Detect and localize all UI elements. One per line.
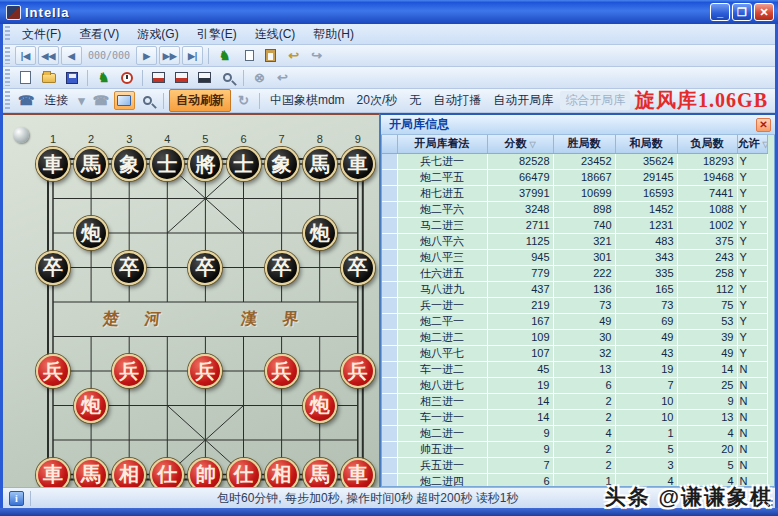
board-dark-icon[interactable] [194,68,215,87]
black-piece-象[interactable]: 象 [265,147,299,181]
timer-icon[interactable] [116,68,137,87]
menu-item-4[interactable]: 引擎(E) [188,24,246,45]
red-piece-馬[interactable]: 馬 [303,458,337,488]
nav-first-button[interactable]: |◀ [15,46,36,65]
auto-book-button[interactable]: 自动开局库 [488,91,558,110]
engine-knight-icon[interactable]: ♞ [93,68,114,87]
auto-play-button[interactable]: 自动打播 [428,91,486,110]
table-row[interactable]: 兵五进一7235N [382,457,767,473]
red-piece-仕[interactable]: 仕 [227,458,261,488]
close-button[interactable]: ✕ [754,3,774,21]
black-piece-卒[interactable]: 卒 [36,251,70,285]
red-piece-兵[interactable]: 兵 [112,354,146,388]
panel-close-button[interactable]: ✕ [756,118,771,132]
column-header[interactable]: 胜局数 [553,135,615,153]
black-piece-象[interactable]: 象 [112,147,146,181]
new-file-icon[interactable] [15,68,36,87]
table-row[interactable]: 相三进一142109N [382,393,767,409]
table-row[interactable]: 车一进二45131914N [382,361,767,377]
table-row[interactable]: 仕六进五779222335258Y [382,265,767,281]
cell-draws: 343 [615,249,677,265]
board-red-icon[interactable] [148,68,169,87]
black-piece-車[interactable]: 車 [341,147,375,181]
black-piece-卒[interactable]: 卒 [112,251,146,285]
table-row[interactable]: 炮二平六324889814521088Y [382,201,767,217]
black-piece-卒[interactable]: 卒 [188,251,222,285]
table-row[interactable]: 车一进一1421013N [382,409,767,425]
nav-last-button[interactable]: ▶| [182,46,203,65]
table-row[interactable]: 帅五进一92520N [382,441,767,457]
phone-icon[interactable]: ☎ [15,91,37,110]
nav-prev-button[interactable]: ◀ [61,46,82,65]
board-flip-icon[interactable] [171,68,192,87]
nav-forward-button[interactable]: ▶▶ [159,46,180,65]
nav-next-button[interactable]: ▶ [136,46,157,65]
black-piece-卒[interactable]: 卒 [265,251,299,285]
redo-icon[interactable]: ↪ [306,46,327,65]
disconnect-phone-icon[interactable]: ☎ [90,91,112,110]
column-header[interactable]: 负局数 [677,135,737,153]
open-file-icon[interactable] [38,68,59,87]
menu-item-6[interactable]: 帮助(H) [304,24,363,45]
black-piece-卒[interactable]: 卒 [341,251,375,285]
monitor-toggle-icon[interactable] [114,91,135,110]
column-header[interactable]: 分数▽ [487,135,553,153]
red-piece-相[interactable]: 相 [265,458,299,488]
red-piece-車[interactable]: 車 [341,458,375,488]
table-row[interactable]: 炮二平五66479186672914519468Y [382,169,767,185]
table-row[interactable]: 炮二进二109304939Y [382,329,767,345]
table-row[interactable]: 炮八进七196725N [382,377,767,393]
copy-icon[interactable] [237,46,258,65]
table-row[interactable]: 炮八平六1125321483375Y [382,233,767,249]
menu-item-1[interactable]: 文件(F) [13,24,70,45]
zoom-icon[interactable] [217,68,238,87]
red-piece-車[interactable]: 車 [36,458,70,488]
cancel-icon[interactable]: ⊗ [249,68,270,87]
knight-icon[interactable]: ♞ [214,46,235,65]
black-piece-馬[interactable]: 馬 [303,147,337,181]
table-row[interactable]: 炮八平三945301343243Y [382,249,767,265]
cell-wins: 13 [553,361,615,377]
menu-item-3[interactable]: 游戏(G) [128,24,187,45]
undo-icon[interactable]: ↩ [283,46,304,65]
nav-rewind-button[interactable]: ◀◀ [38,46,59,65]
back-icon[interactable]: ↩ [272,68,293,87]
minimize-button[interactable]: _ [710,3,730,21]
maximize-button[interactable]: ❐ [732,3,752,21]
search-board-icon[interactable] [137,91,158,110]
column-label: 1 [47,133,59,145]
black-piece-炮[interactable]: 炮 [303,216,337,250]
table-row[interactable]: 兵一进一219737375Y [382,297,767,313]
combined-book-button[interactable]: 综合开局库 [560,91,630,110]
red-piece-炮[interactable]: 炮 [74,389,108,423]
red-piece-兵[interactable]: 兵 [341,354,375,388]
table-row[interactable]: 马二进三271174012311002Y [382,217,767,233]
table-row[interactable]: 炮二平一167496953Y [382,313,767,329]
black-piece-馬[interactable]: 馬 [74,147,108,181]
connect-dropdown-icon[interactable]: ▾ [75,91,88,110]
red-piece-兵[interactable]: 兵 [265,354,299,388]
cell-losses: 375 [677,233,737,249]
resize-grip-icon[interactable] [764,497,774,507]
paste-icon[interactable] [260,46,281,65]
red-piece-炮[interactable]: 炮 [303,389,337,423]
refresh-icon[interactable]: ↻ [233,91,254,110]
table-row[interactable]: 炮二进一9414N [382,425,767,441]
menu-item-5[interactable]: 连线(C) [246,24,305,45]
move-counter: 000/000 [84,50,134,61]
column-header[interactable]: 允许▽ [737,135,767,153]
table-row[interactable]: 兵七进一82528234523562418293Y [382,153,767,169]
black-piece-炮[interactable]: 炮 [74,216,108,250]
auto-refresh-button[interactable]: 自动刷新 [169,89,231,112]
black-piece-士[interactable]: 士 [227,147,261,181]
menu-item-2[interactable]: 查看(V) [70,24,128,45]
save-file-icon[interactable] [61,68,82,87]
table-row[interactable]: 炮八平七107324349Y [382,345,767,361]
table-row[interactable]: 相七进五3799110699165937441Y [382,185,767,201]
column-header[interactable]: 和局数 [615,135,677,153]
red-piece-兵[interactable]: 兵 [36,354,70,388]
connect-button[interactable]: 连接 [39,91,73,110]
column-header[interactable]: 开局库着法 [397,135,487,153]
table-row[interactable]: 马八进九437136165112Y [382,281,767,297]
black-piece-車[interactable]: 車 [36,147,70,181]
